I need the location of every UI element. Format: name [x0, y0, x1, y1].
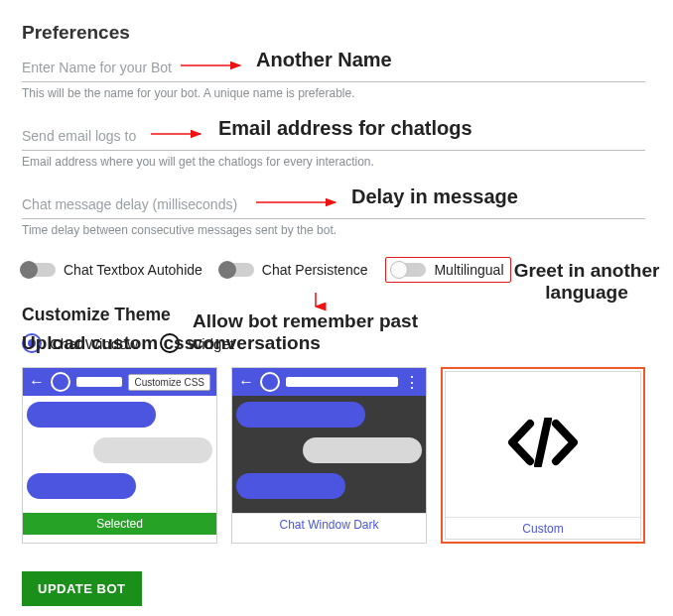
theme-preview-dark: ← ⋮ [232, 368, 426, 513]
chat-bubble [236, 473, 345, 499]
code-icon [508, 418, 578, 471]
annotation-name: Another Name [256, 49, 392, 71]
back-icon: ← [238, 373, 254, 391]
toggle-multilingual-label: Multilingual [434, 262, 503, 278]
annotation-upload: Upload custom css [22, 332, 195, 354]
email-helper: Email address where you will get the cha… [22, 155, 645, 169]
toggle-multilingual[interactable]: Multilingual [385, 257, 510, 283]
toggle-persistence[interactable]: Chat Persistence [220, 262, 368, 278]
theme-caption-custom: Custom [446, 517, 640, 539]
annotation-remember: Allow bot remember past conversations [193, 310, 421, 354]
email-field: Email address where you will get the cha… [22, 122, 645, 169]
annotation-delay: Delay in message [351, 185, 518, 208]
back-icon: ← [29, 373, 45, 391]
chat-bubble [93, 437, 212, 463]
chat-bubble [303, 437, 422, 463]
theme-card-dark[interactable]: ← ⋮ Chat Window Dark [231, 367, 427, 544]
avatar-icon [51, 372, 70, 392]
chat-bubble [27, 473, 136, 499]
theme-card-custom[interactable]: Custom [445, 371, 641, 540]
theme-card-light[interactable]: ← Customize CSS Selected [22, 367, 217, 544]
toggle-persistence-label: Chat Persistence [262, 262, 368, 278]
annotation-email: Email address for chatlogs [218, 117, 472, 140]
delay-helper: Time delay between consecutive messages … [22, 223, 645, 237]
more-icon: ⋮ [404, 373, 420, 392]
theme-preview-light: ← Customize CSS [23, 368, 216, 513]
page-title: Preferences [22, 22, 645, 44]
bot-name-helper: This will be the name for your bot. A un… [22, 86, 645, 100]
svg-line-4 [538, 420, 548, 465]
chat-title-bar [76, 377, 122, 387]
theme-caption-selected: Selected [23, 513, 216, 535]
arrow-icon [151, 127, 210, 145]
chat-title-bar [286, 377, 398, 387]
update-bot-button[interactable]: UPDATE BOT [22, 571, 142, 606]
annotation-greet: Greet in another language [507, 260, 666, 304]
arrow-icon [181, 59, 250, 76]
theme-custom-highlight: Custom [441, 367, 645, 544]
chat-bubble [27, 402, 156, 428]
customize-css-button[interactable]: Customize CSS [128, 374, 210, 391]
avatar-icon [260, 372, 280, 392]
chat-bubble [236, 402, 365, 428]
toggle-autohide[interactable]: Chat Textbox Autohide [22, 262, 202, 278]
bot-name-field: This will be the name for your bot. A un… [22, 54, 645, 100]
delay-field: Time delay between consecutive messages … [22, 190, 645, 237]
theme-preview-custom [446, 372, 640, 517]
arrow-icon [256, 195, 345, 213]
theme-caption-dark: Chat Window Dark [232, 513, 426, 535]
toggle-autohide-label: Chat Textbox Autohide [64, 262, 202, 278]
